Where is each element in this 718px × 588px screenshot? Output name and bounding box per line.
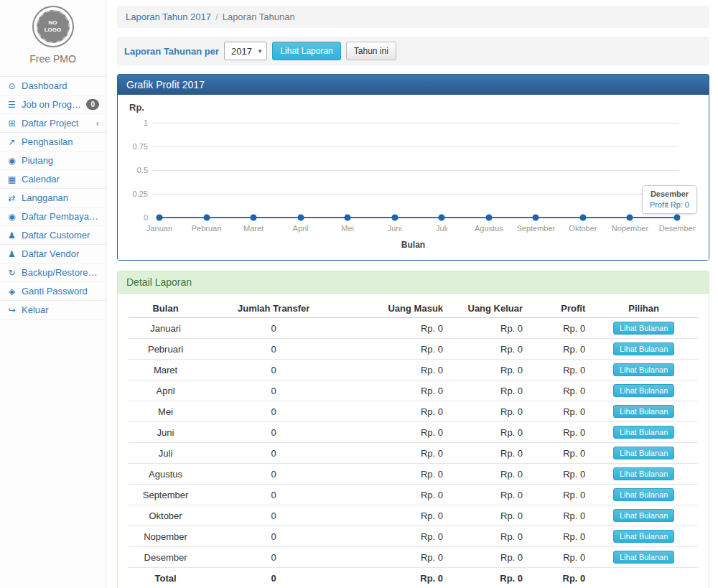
lihat-bulanan-button[interactable]: Lihat Bulanan <box>613 467 674 480</box>
sidebar-item-label: Daftar Project <box>22 118 92 129</box>
tasks-icon: ☰ <box>6 100 17 110</box>
cell-pilihan: Lihat Bulanan <box>589 485 698 505</box>
lihat-bulanan-button[interactable]: Lihat Bulanan <box>613 447 674 459</box>
cell-bulan: Oktober <box>129 505 202 526</box>
sidebar-item-backup-restore-db[interactable]: ↻Backup/Restore DB <box>0 263 106 282</box>
content-area: Laporan Tahun 2017/Laporan Tahunan Lapor… <box>106 0 718 588</box>
sidebar-item-daftar-vendor[interactable]: ♟Daftar Vendor <box>0 245 106 263</box>
table-icon: ⊞ <box>6 118 17 129</box>
x-tick-label: Desember <box>659 224 696 233</box>
cell-uang-keluar: Rp. 0 <box>447 381 527 401</box>
table-row: September0Rp. 0Rp. 0Rp. 0Lihat Bulanan <box>129 485 698 505</box>
sidebar-item-ganti-password[interactable]: ◈Ganti Password <box>0 282 106 301</box>
data-point[interactable] <box>674 215 681 221</box>
sidebar-item-keluar[interactable]: ↪Keluar <box>0 301 106 319</box>
x-tick-label: September <box>516 224 555 233</box>
cell-uang-masuk: Rp. 0 <box>345 401 447 422</box>
lihat-bulanan-button[interactable]: Lihat Bulanan <box>613 384 674 397</box>
lihat-bulanan-button[interactable]: Lihat Bulanan <box>613 342 674 355</box>
breadcrumb-link[interactable]: Laporan Tahun 2017 <box>126 11 211 22</box>
lihat-bulanan-button[interactable]: Lihat Bulanan <box>613 488 674 501</box>
lihat-bulanan-button[interactable]: Lihat Bulanan <box>613 363 674 376</box>
cell-uang-keluar: Rp. 0 <box>447 318 527 339</box>
cell-bulan: Mei <box>129 401 202 422</box>
lihat-bulanan-button[interactable]: Lihat Bulanan <box>613 426 674 439</box>
data-point[interactable] <box>345 215 351 221</box>
total-uang-masuk: Rp. 0 <box>345 568 447 588</box>
cell-uang-masuk: Rp. 0 <box>345 547 447 568</box>
sidebar-item-penghasilan[interactable]: ↗Penghasilan <box>0 133 106 151</box>
sidebar-item-dashboard[interactable]: ⊙Dashboard <box>0 77 106 95</box>
app-logo: NO LOGO <box>32 6 74 47</box>
cell-profit: Rp. 0 <box>527 485 589 505</box>
data-point[interactable] <box>533 215 539 221</box>
sidebar-item-calendar[interactable]: ▦Calendar <box>0 170 106 189</box>
cell-pilihan: Lihat Bulanan <box>589 422 698 443</box>
lihat-bulanan-button[interactable]: Lihat Bulanan <box>613 322 674 335</box>
sidebar-item-daftar-pembayaran[interactable]: ◉Daftar Pembayaran <box>0 207 106 226</box>
cell-uang-masuk: Rp. 0 <box>345 381 447 401</box>
sidebar-item-label: Daftar Customer <box>22 230 99 241</box>
lihat-bulanan-button[interactable]: Lihat Bulanan <box>613 530 674 543</box>
table-row: Oktober0Rp. 0Rp. 0Rp. 0Lihat Bulanan <box>129 505 698 526</box>
sidebar-item-label: Daftar Vendor <box>22 248 99 259</box>
sidebar-item-piutang[interactable]: ◉Piutang <box>0 151 106 170</box>
lock-icon: ◈ <box>6 286 17 297</box>
lihat-bulanan-button[interactable]: Lihat Bulanan <box>613 405 674 418</box>
cell-pilihan: Lihat Bulanan <box>589 526 698 547</box>
cell-jumlah-transfer: 0 <box>202 526 345 547</box>
data-point[interactable] <box>439 215 445 221</box>
sidebar-item-daftar-customer[interactable]: ♟Daftar Customer <box>0 226 106 245</box>
data-point[interactable] <box>157 215 163 221</box>
lihat-laporan-button[interactable]: Lihat Laporan <box>272 42 340 60</box>
column-header-jumlah-transfer: Jumlah Transfer <box>202 299 345 318</box>
chart-body: Rp. 10.750.50.250 JanuariPebruariMaretAp… <box>118 95 709 260</box>
x-tick-label: Maret <box>243 224 264 233</box>
money-icon: ◉ <box>6 156 17 166</box>
cell-jumlah-transfer: 0 <box>202 401 345 422</box>
table-body: Januari0Rp. 0Rp. 0Rp. 0Lihat BulananPebr… <box>129 318 698 588</box>
cell-uang-masuk: Rp. 0 <box>345 526 447 547</box>
data-point[interactable] <box>485 215 492 221</box>
main-layout: NO LOGO Free PMO ⊙Dashboard☰Job on Progr… <box>0 0 718 588</box>
cell-pilihan: Lihat Bulanan <box>589 381 698 401</box>
total-bulan: Total <box>129 568 202 588</box>
logo-area: NO LOGO Free PMO <box>0 0 106 72</box>
cell-jumlah-transfer: 0 <box>202 381 345 401</box>
data-point[interactable] <box>391 215 398 221</box>
toolbar-label: Laporan Tahunan per <box>124 46 219 57</box>
table-row: Agustus0Rp. 0Rp. 0Rp. 0Lihat Bulanan <box>129 464 698 485</box>
cell-bulan: Maret <box>129 360 202 381</box>
sidebar-item-langganan[interactable]: ⇄Langganan <box>0 189 106 207</box>
sidebar-item-job-on-progress[interactable]: ☰Job on Progress0 <box>0 95 106 114</box>
report-toolbar: Laporan Tahunan per 2017 ▾ Lihat Laporan… <box>117 37 709 65</box>
cell-pilihan: Lihat Bulanan <box>589 318 698 339</box>
cell-uang-keluar: Rp. 0 <box>447 464 527 485</box>
logo-text: NO LOGO <box>37 10 70 43</box>
x-tick-label: Juli <box>436 224 448 233</box>
tahun-ini-button[interactable]: Tahun ini <box>346 42 396 60</box>
sidebar-item-daftar-project[interactable]: ⊞Daftar Project‹ <box>0 114 106 133</box>
cell-bulan: Agustus <box>129 464 202 485</box>
y-tick-label: 0.25 <box>126 190 148 198</box>
cell-uang-masuk: Rp. 0 <box>345 360 447 381</box>
data-point[interactable] <box>203 215 210 221</box>
data-point[interactable] <box>251 215 257 221</box>
cell-profit: Rp. 0 <box>527 505 589 526</box>
cell-pilihan: Lihat Bulanan <box>589 360 698 381</box>
table-row: Desember0Rp. 0Rp. 0Rp. 0Lihat Bulanan <box>129 547 698 568</box>
sidebar-item-label: Piutang <box>22 155 99 166</box>
total-uang-keluar: Rp. 0 <box>447 568 527 588</box>
data-point[interactable] <box>627 215 633 221</box>
lihat-bulanan-button[interactable]: Lihat Bulanan <box>613 551 674 564</box>
chart-series <box>159 123 677 218</box>
cell-bulan: Nopember <box>129 526 202 547</box>
data-point[interactable] <box>297 215 304 221</box>
data-point[interactable] <box>579 215 586 221</box>
sidebar-item-label: Keluar <box>22 304 99 315</box>
x-tick-label: Mei <box>341 224 354 233</box>
lihat-bulanan-button[interactable]: Lihat Bulanan <box>613 509 674 522</box>
table-row: Maret0Rp. 0Rp. 0Rp. 0Lihat Bulanan <box>129 360 698 381</box>
calendar-icon: ▦ <box>6 174 17 185</box>
year-select[interactable]: 2017 ▾ <box>224 42 267 60</box>
